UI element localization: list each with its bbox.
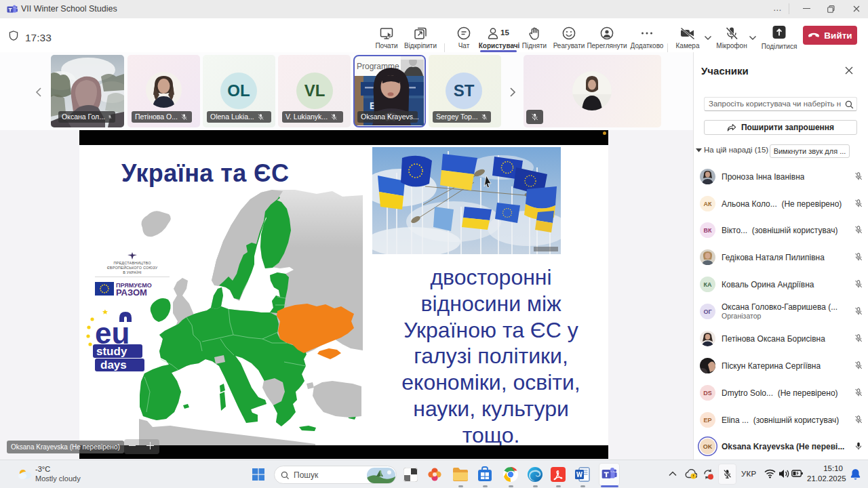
svg-text:study: study [96,345,127,358]
svg-text:15: 15 [500,28,509,37]
svg-text:days: days [100,359,127,371]
